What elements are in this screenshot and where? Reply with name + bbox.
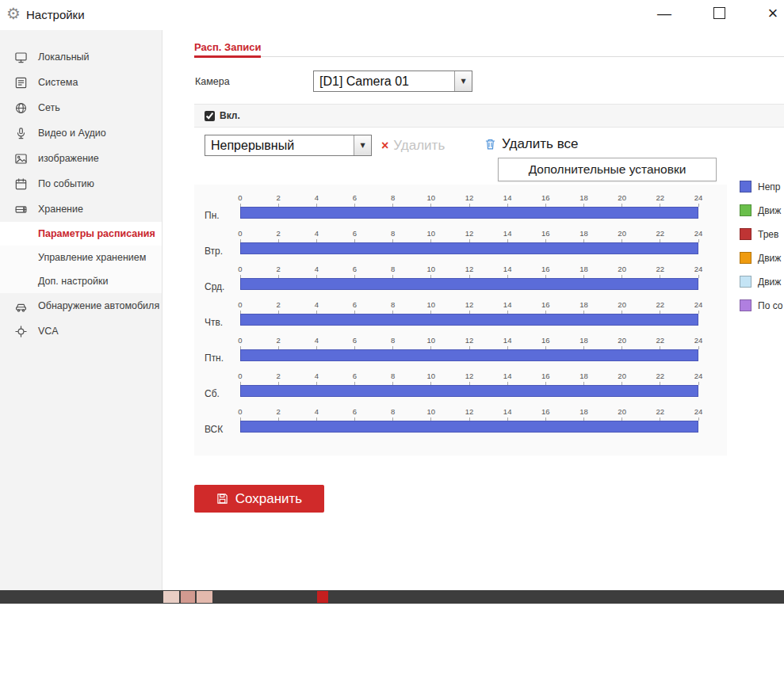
save-label: Сохранить	[235, 491, 302, 507]
sidebar-item-label: Система	[38, 77, 78, 88]
legend-label: Движ	[758, 276, 781, 288]
chevron-down-icon[interactable]: ▼	[354, 135, 371, 155]
schedule-bar-continuous[interactable]	[240, 314, 698, 326]
tick-label: 18	[579, 194, 588, 202]
legend-swatch	[740, 276, 751, 288]
sidebar-item-label: Управление хранением	[38, 252, 146, 263]
delete-button[interactable]: × Удалить	[381, 138, 445, 154]
tab-record-schedule[interactable]: Расп. Записи	[194, 41, 261, 58]
tick-label: 12	[465, 230, 474, 238]
schedule-bar-continuous[interactable]	[240, 385, 698, 397]
enable-checkbox[interactable]	[205, 111, 215, 121]
tick-label: 4	[315, 372, 319, 380]
schedule-bar-continuous[interactable]	[240, 278, 698, 290]
schedule-bar-continuous[interactable]	[240, 207, 698, 219]
delete-all-button[interactable]: Удалить все	[484, 136, 578, 152]
tick-label: 24	[694, 337, 703, 345]
schedule-track[interactable]	[240, 349, 698, 361]
advanced-settings-button[interactable]: Дополнительные установки	[498, 158, 717, 181]
sidebar-item-adv-settings[interactable]: Доп. настройки	[0, 269, 162, 293]
tick-label: 12	[465, 372, 474, 380]
tick-label: 14	[503, 337, 512, 345]
tick-label: 2	[277, 194, 281, 202]
legend-item: Трев	[740, 228, 782, 240]
vca-icon	[14, 325, 28, 338]
schedule-bar-continuous[interactable]	[240, 421, 698, 433]
tick-label: 20	[618, 372, 626, 380]
background-thumbnail	[163, 591, 179, 603]
sidebar-item-label: VCA	[38, 326, 59, 337]
legend-swatch	[740, 228, 751, 240]
tick-label: 10	[427, 372, 436, 380]
tick-label: 12	[465, 265, 474, 273]
tick-label: 22	[656, 230, 665, 238]
tick-label: 16	[541, 337, 550, 345]
tick-label: 10	[427, 408, 436, 416]
schedule-track[interactable]	[240, 242, 698, 254]
tick-label: 22	[656, 194, 665, 202]
sidebar-item-vca[interactable]: VCA	[0, 318, 162, 344]
settings-window: ⚙ Настройки — × ЛокальныйСистемаСетьВиде…	[0, 0, 784, 690]
camera-select[interactable]: [D1] Camera 01 ▼	[313, 71, 472, 92]
tick-label: 8	[391, 372, 395, 380]
sidebar-item-event[interactable]: По событию	[0, 171, 162, 196]
record-type-select[interactable]: Непрерывный ▼	[205, 135, 372, 156]
tick-label: 24	[694, 265, 703, 273]
sidebar-item-image[interactable]: изображение	[0, 146, 162, 171]
maximize-button[interactable]	[706, 2, 732, 25]
tick-label: 14	[503, 372, 512, 380]
schedule-track[interactable]	[240, 421, 698, 433]
network-icon	[14, 101, 28, 115]
tick-label: 0	[238, 265, 242, 273]
schedule-bar-continuous[interactable]	[240, 242, 698, 254]
tab-divider	[194, 56, 784, 57]
schedule-track[interactable]	[240, 207, 698, 219]
tick-label: 24	[694, 194, 703, 202]
legend-item: Движ	[740, 204, 782, 216]
delete-x-icon: ×	[381, 139, 388, 152]
tick-label: 0	[238, 372, 242, 380]
schedule-track[interactable]	[240, 314, 698, 326]
schedule-row: Пн.024681012141618202224	[194, 191, 727, 227]
day-label: Сб.	[205, 388, 220, 399]
monitor-icon	[14, 51, 28, 64]
vehicle-icon	[14, 299, 28, 313]
sidebar-item-storage-mgmt[interactable]: Управление хранением	[0, 246, 162, 269]
tick-label: 12	[465, 301, 474, 309]
minimize-button[interactable]: —	[652, 2, 677, 25]
sidebar-item-system[interactable]: Система	[0, 70, 162, 95]
time-ruler: 024681012141618202224	[240, 230, 698, 242]
legend-item: Движ	[740, 276, 782, 288]
chevron-down-icon[interactable]: ▼	[454, 71, 472, 91]
legend-label: Движ	[758, 253, 781, 264]
schedule-track[interactable]	[240, 278, 698, 290]
video-audio-icon	[14, 127, 28, 140]
legend-item: По со	[740, 299, 782, 311]
sidebar-item-local[interactable]: Локальный	[0, 44, 162, 70]
close-button[interactable]: ×	[760, 2, 784, 25]
tick-label: 10	[427, 265, 436, 273]
tick-label: 4	[315, 301, 319, 309]
schedule-track[interactable]	[240, 385, 698, 397]
legend-swatch	[740, 299, 751, 311]
schedule-row: ВСК024681012141618202224	[194, 405, 727, 440]
schedule-bar-continuous[interactable]	[240, 349, 698, 361]
tick-label: 0	[238, 230, 242, 238]
tick-label: 2	[277, 337, 281, 345]
legend-label: Движ	[758, 205, 781, 216]
delete-label: Удалить	[393, 138, 445, 154]
tick-label: 12	[465, 194, 474, 202]
sidebar-item-network[interactable]: Сеть	[0, 95, 162, 120]
day-label: Втр.	[205, 246, 223, 257]
schedule-row: Срд.024681012141618202224	[194, 262, 727, 298]
save-button[interactable]: Сохранить	[194, 485, 324, 513]
sidebar-item-vehicle-detect[interactable]: Обнаружение автомобиля	[0, 293, 162, 318]
tick-label: 18	[579, 301, 588, 309]
sidebar-item-storage[interactable]: Хранение	[0, 196, 162, 222]
tick-label: 24	[694, 372, 703, 380]
sidebar-item-schedule-params[interactable]: Параметры расписания	[0, 222, 162, 246]
sidebar-item-video-audio[interactable]: Видео и Аудио	[0, 120, 162, 146]
sidebar-item-label: Параметры расписания	[38, 228, 155, 239]
tick-label: 2	[277, 301, 281, 309]
tick-label: 0	[238, 408, 242, 416]
